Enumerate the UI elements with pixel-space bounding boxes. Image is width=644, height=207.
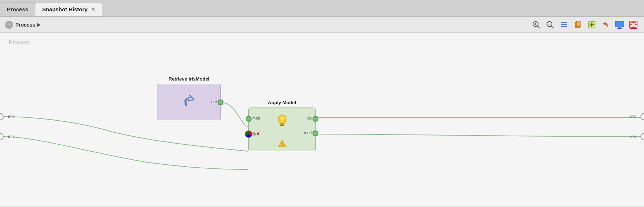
res2-label: res [630, 134, 636, 139]
toolbar-left: i Process ▶ [5, 21, 41, 29]
apply-warning-icon: ! [278, 140, 287, 149]
list-view-icon [560, 21, 568, 28]
node-retrieve-title: Retrieve IrisModel [157, 76, 221, 82]
apply-mod-out-port: mod [313, 130, 318, 136]
toolbar: i Process ▶ [0, 17, 644, 33]
inp2-label: inp [8, 134, 14, 139]
add-button[interactable] [586, 19, 597, 30]
svg-rect-25 [280, 123, 284, 125]
canvas-process-label: Process [9, 39, 30, 46]
add-icon [588, 21, 596, 29]
target-button[interactable] [628, 19, 639, 30]
copy-button[interactable] [572, 19, 583, 30]
tab-snapshot-history[interactable]: Snapshot History ✕ [35, 2, 102, 16]
apply-mod-out-label: mod [304, 130, 312, 135]
apply-lab-out-port: lab [313, 116, 318, 122]
list-view-button[interactable] [559, 19, 570, 30]
apply-unl-circle[interactable] [245, 130, 252, 138]
svg-rect-26 [280, 125, 284, 126]
apply-unl-port: unl [245, 130, 252, 138]
apply-mod-out-circle[interactable] [313, 130, 318, 136]
breadcrumb-label: Process [15, 22, 35, 28]
tab-snapshot-history-label: Snapshot History [42, 6, 87, 12]
svg-rect-7 [561, 22, 567, 23]
copy-icon [574, 21, 582, 29]
breadcrumb-arrow: ▶ [37, 22, 41, 27]
node-apply-title: Apply Model [249, 100, 315, 105]
res1-port-circle [640, 113, 644, 120]
svg-line-1 [537, 26, 540, 28]
retrieve-curved-arrow-icon [180, 93, 198, 111]
connections-svg [0, 33, 644, 206]
inp1-port-circle [0, 113, 4, 120]
view-button[interactable] [614, 19, 625, 30]
canvas-port-inp1: inp [0, 113, 14, 120]
svg-rect-8 [561, 24, 567, 25]
target-icon [629, 21, 637, 29]
svg-text:!: ! [281, 142, 283, 147]
retrieve-out-port: out [218, 99, 223, 105]
canvas-port-res2: res [630, 133, 644, 140]
apply-unl-inner-dot [252, 132, 256, 136]
zoom-out-icon [546, 21, 554, 29]
res2-port-circle [640, 133, 644, 140]
apply-mod-in-port: mod [246, 116, 252, 122]
view-icon [615, 21, 624, 29]
svg-rect-11 [576, 21, 581, 27]
lightbulb-icon [275, 113, 290, 128]
toolbar-right [531, 19, 639, 30]
svg-rect-9 [561, 26, 567, 27]
tab-process[interactable]: Process [0, 2, 35, 16]
retrieve-out-label: out [211, 99, 217, 104]
res1-label: res [630, 114, 636, 119]
apply-mod-in-label: mod [252, 116, 260, 120]
tab-close-icon[interactable]: ✕ [91, 7, 95, 12]
breadcrumb-icon-label: i [8, 23, 9, 27]
canvas-port-res1: res [630, 113, 644, 120]
apply-lab-circle[interactable] [313, 116, 318, 122]
apply-lab-label: lab [306, 116, 312, 120]
zoom-out-button[interactable] [545, 19, 556, 30]
svg-point-27 [280, 117, 284, 120]
svg-rect-17 [617, 28, 622, 29]
breadcrumb-icon: i [5, 21, 13, 29]
canvas-port-inp2: inp [0, 133, 14, 140]
zoom-in-button[interactable] [531, 19, 542, 30]
inp1-label: inp [8, 114, 14, 119]
inp2-port-circle [0, 133, 4, 140]
tab-process-label: Process [7, 6, 28, 12]
tab-bar: Process Snapshot History ✕ [0, 0, 644, 17]
warning-triangle-icon: ! [278, 140, 287, 148]
node-apply-model[interactable]: Apply Model ! mod unl [248, 108, 316, 151]
retrieve-out-port-circle[interactable] [218, 99, 223, 105]
canvas: Process inp inp res res Retrieve IrisMod… [0, 33, 644, 206]
svg-rect-15 [615, 21, 624, 27]
node-retrieve-iris[interactable]: Retrieve IrisModel out [157, 84, 221, 120]
svg-line-5 [551, 26, 553, 28]
undo-button[interactable] [600, 19, 611, 30]
svg-rect-16 [618, 27, 621, 28]
svg-rect-19 [631, 22, 636, 27]
zoom-in-icon [532, 21, 540, 29]
apply-mod-in-circle[interactable] [246, 116, 252, 122]
apply-bulb-icon [275, 113, 290, 129]
undo-icon [602, 21, 610, 29]
